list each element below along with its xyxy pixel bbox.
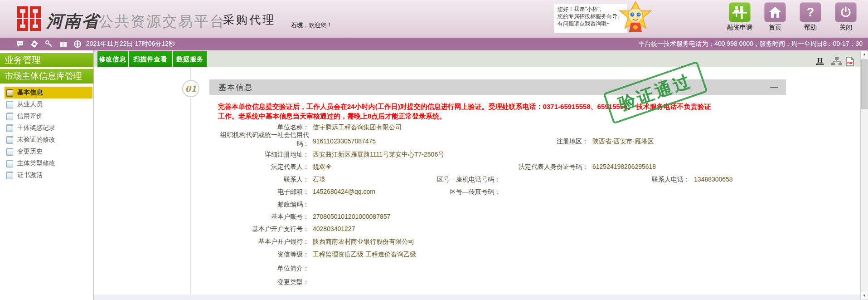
bank-account-label: 基本户账号： [172, 212, 309, 221]
bank-branch-no-label: 基本户开户支行号： [172, 225, 309, 233]
sidebar-item-change-history[interactable]: 变更历史 [5, 146, 92, 157]
reg-region-value: 陕西省·西安市·雁塔区 [592, 137, 654, 146]
svg-text:H: H [817, 57, 823, 64]
assistant-mascot-star[interactable] [615, 1, 656, 33]
notepad-icon [6, 148, 13, 156]
wheel-icon[interactable] [74, 40, 81, 48]
sidebar-item-employees[interactable]: 从业人员 [5, 98, 92, 110]
legal-rep-id-label: 法定代表人身份证号码： [489, 162, 588, 171]
notepad-icon [6, 124, 13, 132]
help-button[interactable]: ? 帮助 [796, 2, 824, 32]
sidebar-item-label: 未验证的修改 [17, 136, 55, 144]
home-icon [764, 2, 786, 22]
contact-label: 联系人： [172, 175, 309, 184]
section-title: 基本信息 [218, 82, 253, 93]
collapse-icon[interactable]: — [770, 83, 778, 92]
header-nav-buttons: 融资申请 首页 ? 帮助 [726, 2, 860, 32]
gift-icon[interactable] [60, 40, 67, 48]
bank-account-value: 2708050101201000087857 [313, 212, 390, 221]
welcome-text: 石瑛，欢迎您！ [291, 21, 332, 30]
landline-label: 区号—座机电话号码： [410, 175, 500, 184]
credit-code-value: 916110233057087475 [313, 137, 376, 146]
help-label: 帮助 [796, 24, 824, 32]
email-value: 1452680424@qq.com [313, 187, 375, 196]
header: 河南省 公共资源交易平台 采购代理 石瑛，欢迎您！ 您好！我是"小桥", 您的专… [0, 0, 868, 38]
sidebar-item-label: 主体奖惩记录 [17, 124, 55, 132]
credit-code-label: 组织机构代码或统一社会信用代码： [212, 131, 309, 148]
scrollbar-thumb[interactable] [861, 59, 868, 109]
fax-label: 区号—传真号码： [410, 187, 500, 196]
bank-name-value: 陕西商南农村商业银行股份有限公司 [313, 237, 414, 246]
profile-label: 单位简介： [172, 264, 309, 273]
warning-line-2: 工作。老系统中基本信息当天审核通过的，需晚上8点后才能正常登录系统。 [218, 111, 785, 121]
role-title: 采购代理 [223, 12, 276, 27]
current-datetime: 2021年11月22日 17时06分12秒 [86, 40, 175, 48]
credit-rating-label: 资信等级： [172, 250, 309, 259]
scroll-down-arrow[interactable]: ▼ [861, 292, 868, 300]
power-icon [835, 2, 857, 22]
warning-line-1: 完善本单位信息提交验证后，工作人员会在24小时内(工作日)对提交的信息进行网上验… [218, 102, 785, 111]
brand-province: 河南省 [46, 10, 99, 33]
content-toolbar [94, 50, 860, 67]
sidebar-section-market-subject[interactable]: 市场主体信息库管理 [0, 69, 93, 84]
sitemap-icon[interactable] [831, 57, 842, 66]
section-number-badge: 01 [182, 80, 199, 97]
sidebar-item-label: 证书激活 [17, 171, 43, 179]
bank-name-label: 基本户开户银行： [172, 237, 309, 246]
email-label: 电子邮箱： [172, 187, 309, 196]
legal-rep-value: 魏双全 [313, 162, 332, 171]
sidebar-item-label: 变更历史 [17, 148, 43, 156]
legal-rep-id-value: 612524198206295618 [592, 162, 656, 171]
history-icon[interactable]: H [815, 57, 825, 66]
message-icon[interactable] [16, 40, 24, 48]
service-hotline-info: 平台统一技术服务电话为：400 998 0000，服务时间：周一至周日8：00-… [638, 40, 863, 48]
reg-address-value: 西安曲江新区雁展路1111号莱安中心T7-2506号 [313, 150, 444, 159]
sidebar-item-credit-evaluation[interactable]: 信用评价 [5, 110, 92, 122]
sidebar-item-reward-punishment[interactable]: 主体奖惩记录 [5, 122, 92, 134]
sidebar-item-label: 主体类型修改 [17, 159, 55, 167]
sidebar-item-certificate-activation[interactable]: 证书激活 [5, 169, 92, 181]
key-icon[interactable] [45, 40, 53, 48]
contact-phone-label: 联系人电话： [617, 175, 690, 184]
contact-phone-value: 13488300658 [694, 175, 733, 184]
reg-region-label: 注册地区： [489, 137, 588, 146]
sidebar-item-subject-type-change[interactable]: 主体类型修改 [5, 157, 92, 169]
notepad-icon [6, 89, 13, 97]
sidebar-item-basic-info[interactable]: 基本信息 [5, 87, 92, 98]
gear-icon[interactable] [31, 40, 38, 48]
scroll-up-arrow[interactable]: ▲ [861, 50, 868, 58]
sidebar-section-business[interactable]: 业务管理 [0, 53, 93, 67]
vertical-scrollbar[interactable]: ▲ ▼ [860, 50, 868, 300]
notepad-icon [6, 160, 13, 167]
welcome-username: 石瑛 [291, 22, 303, 29]
assistant-line-1: 您好！我是"小桥", [558, 5, 624, 13]
close-button[interactable]: 关闭 [832, 2, 860, 32]
scan-view-button[interactable]: 扫描件查看 [129, 51, 172, 67]
edit-info-button[interactable]: 修改信息 [97, 51, 128, 67]
assistant-line-2: 您的专属招投标服务向导, [558, 13, 624, 20]
sidebar-item-unverified-changes[interactable]: 未验证的修改 [5, 134, 92, 146]
app-window: 河南省 公共资源交易平台 采购代理 石瑛，欢迎您！ 您好！我是"小桥", 您的专… [0, 0, 868, 300]
pdf-icon[interactable]: PDF [846, 57, 854, 66]
sidebar-item-label: 信用评价 [17, 112, 43, 120]
sidebar-item-label: 从业人员 [17, 100, 43, 108]
notepad-icon [6, 101, 13, 108]
data-service-button[interactable]: 数据服务 [173, 51, 207, 67]
notepad-icon [6, 136, 13, 144]
finance-apply-button[interactable]: 融资申请 [726, 2, 754, 32]
finance-people-icon [729, 2, 751, 22]
notepad-icon [6, 172, 13, 179]
postcode-label: 邮政编码： [172, 200, 309, 209]
question-icon: ? [800, 2, 821, 22]
home-button[interactable]: 首页 [761, 2, 789, 32]
notepad-icon [6, 113, 13, 120]
assistant-line-3: 有问题请点我咨询哦~ [558, 20, 624, 27]
credit-rating-value: 工程监理资质乙级 工程造价咨询乙级 [313, 250, 416, 259]
verification-warning: 完善本单位信息提交验证后，工作人员会在24小时内(工作日)对提交的信息进行网上验… [218, 102, 785, 121]
reg-address-label: 详细注册地址： [172, 150, 309, 159]
legal-rep-label: 法定代表人： [172, 162, 309, 171]
bank-branch-no-value: 402803401227 [313, 225, 355, 233]
contact-value: 石瑛 [313, 175, 325, 184]
finance-apply-label: 融资申请 [726, 24, 754, 32]
brand-platform-name: 公共资源交易平台 [99, 12, 226, 32]
